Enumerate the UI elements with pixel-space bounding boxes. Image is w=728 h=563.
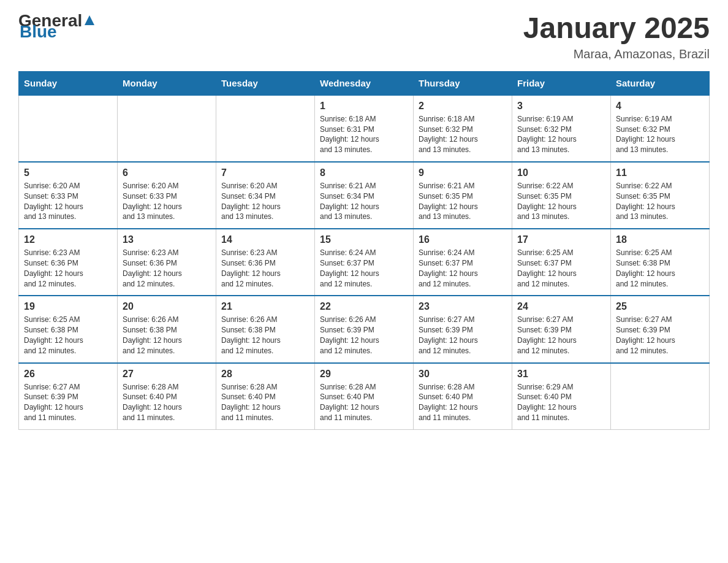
calendar-cell: [216, 95, 315, 162]
weekday-header-friday: Friday: [512, 71, 611, 95]
weekday-header-thursday: Thursday: [414, 71, 512, 95]
logo: General Blue: [18, 12, 94, 40]
calendar-cell: 6Sunrise: 6:20 AM Sunset: 6:33 PM Daylig…: [118, 162, 216, 229]
day-number: 21: [221, 301, 309, 312]
day-info: Sunrise: 6:20 AM Sunset: 6:33 PM Dayligh…: [24, 181, 112, 222]
day-number: 2: [419, 101, 507, 112]
day-number: 8: [320, 167, 408, 178]
day-info: Sunrise: 6:27 AM Sunset: 6:39 PM Dayligh…: [419, 315, 507, 356]
weekday-header-row: SundayMondayTuesdayWednesdayThursdayFrid…: [19, 71, 710, 95]
calendar-cell: 7Sunrise: 6:20 AM Sunset: 6:34 PM Daylig…: [216, 162, 315, 229]
day-info: Sunrise: 6:25 AM Sunset: 6:38 PM Dayligh…: [616, 248, 704, 289]
calendar-cell: 21Sunrise: 6:26 AM Sunset: 6:38 PM Dayli…: [216, 296, 315, 362]
day-number: 17: [517, 234, 605, 245]
calendar-cell: [118, 95, 216, 162]
day-number: 9: [419, 167, 507, 178]
calendar-cell: 8Sunrise: 6:21 AM Sunset: 6:34 PM Daylig…: [315, 162, 414, 229]
weekday-header-monday: Monday: [118, 71, 216, 95]
day-number: 13: [123, 234, 211, 245]
day-info: Sunrise: 6:24 AM Sunset: 6:37 PM Dayligh…: [320, 248, 408, 289]
calendar-cell: [611, 363, 710, 430]
day-number: 4: [616, 101, 704, 112]
calendar-cell: 3Sunrise: 6:19 AM Sunset: 6:32 PM Daylig…: [512, 95, 611, 162]
day-number: 18: [616, 234, 704, 245]
calendar-week-row: 5Sunrise: 6:20 AM Sunset: 6:33 PM Daylig…: [19, 162, 710, 229]
location-title: Maraa, Amazonas, Brazil: [523, 47, 710, 61]
calendar-cell: 15Sunrise: 6:24 AM Sunset: 6:37 PM Dayli…: [315, 229, 414, 296]
weekday-header-sunday: Sunday: [19, 71, 118, 95]
calendar-cell: 26Sunrise: 6:27 AM Sunset: 6:39 PM Dayli…: [19, 363, 118, 430]
day-number: 29: [320, 369, 408, 380]
calendar-cell: 23Sunrise: 6:27 AM Sunset: 6:39 PM Dayli…: [414, 296, 512, 362]
calendar-cell: 4Sunrise: 6:19 AM Sunset: 6:32 PM Daylig…: [611, 95, 710, 162]
day-number: 6: [123, 167, 211, 178]
day-info: Sunrise: 6:19 AM Sunset: 6:32 PM Dayligh…: [616, 114, 704, 155]
day-info: Sunrise: 6:23 AM Sunset: 6:36 PM Dayligh…: [24, 248, 112, 289]
title-area: January 2025 Maraa, Amazonas, Brazil: [523, 12, 710, 61]
calendar-cell: 5Sunrise: 6:20 AM Sunset: 6:33 PM Daylig…: [19, 162, 118, 229]
day-info: Sunrise: 6:25 AM Sunset: 6:38 PM Dayligh…: [24, 315, 112, 356]
logo-blue-text: Blue: [20, 23, 57, 40]
calendar-cell: 28Sunrise: 6:28 AM Sunset: 6:40 PM Dayli…: [216, 363, 315, 430]
calendar-cell: 18Sunrise: 6:25 AM Sunset: 6:38 PM Dayli…: [611, 229, 710, 296]
day-number: 28: [221, 369, 309, 380]
calendar-cell: 19Sunrise: 6:25 AM Sunset: 6:38 PM Dayli…: [19, 296, 118, 362]
day-number: 23: [419, 301, 507, 312]
day-info: Sunrise: 6:27 AM Sunset: 6:39 PM Dayligh…: [517, 315, 605, 356]
day-info: Sunrise: 6:20 AM Sunset: 6:33 PM Dayligh…: [123, 181, 211, 222]
day-info: Sunrise: 6:23 AM Sunset: 6:36 PM Dayligh…: [123, 248, 211, 289]
calendar-cell: 13Sunrise: 6:23 AM Sunset: 6:36 PM Dayli…: [118, 229, 216, 296]
day-info: Sunrise: 6:29 AM Sunset: 6:40 PM Dayligh…: [517, 382, 605, 423]
calendar-cell: 24Sunrise: 6:27 AM Sunset: 6:39 PM Dayli…: [512, 296, 611, 362]
calendar-table: SundayMondayTuesdayWednesdayThursdayFrid…: [18, 71, 710, 430]
day-number: 19: [24, 301, 112, 312]
weekday-header-tuesday: Tuesday: [216, 71, 315, 95]
calendar-cell: 1Sunrise: 6:18 AM Sunset: 6:31 PM Daylig…: [315, 95, 414, 162]
day-number: 16: [419, 234, 507, 245]
day-info: Sunrise: 6:26 AM Sunset: 6:38 PM Dayligh…: [221, 315, 309, 356]
day-info: Sunrise: 6:27 AM Sunset: 6:39 PM Dayligh…: [616, 315, 704, 356]
calendar-week-row: 1Sunrise: 6:18 AM Sunset: 6:31 PM Daylig…: [19, 95, 710, 162]
calendar-cell: 17Sunrise: 6:25 AM Sunset: 6:37 PM Dayli…: [512, 229, 611, 296]
weekday-header-wednesday: Wednesday: [315, 71, 414, 95]
day-info: Sunrise: 6:21 AM Sunset: 6:35 PM Dayligh…: [419, 181, 507, 222]
calendar-cell: 12Sunrise: 6:23 AM Sunset: 6:36 PM Dayli…: [19, 229, 118, 296]
day-info: Sunrise: 6:18 AM Sunset: 6:32 PM Dayligh…: [419, 114, 507, 155]
day-info: Sunrise: 6:23 AM Sunset: 6:36 PM Dayligh…: [221, 248, 309, 289]
calendar-cell: 25Sunrise: 6:27 AM Sunset: 6:39 PM Dayli…: [611, 296, 710, 362]
day-number: 7: [221, 167, 309, 178]
day-info: Sunrise: 6:22 AM Sunset: 6:35 PM Dayligh…: [517, 181, 605, 222]
day-info: Sunrise: 6:28 AM Sunset: 6:40 PM Dayligh…: [123, 382, 211, 423]
day-info: Sunrise: 6:22 AM Sunset: 6:35 PM Dayligh…: [616, 181, 704, 222]
day-number: 27: [123, 369, 211, 380]
day-info: Sunrise: 6:20 AM Sunset: 6:34 PM Dayligh…: [221, 181, 309, 222]
day-number: 3: [517, 101, 605, 112]
day-number: 22: [320, 301, 408, 312]
calendar-cell: 11Sunrise: 6:22 AM Sunset: 6:35 PM Dayli…: [611, 162, 710, 229]
day-number: 10: [517, 167, 605, 178]
calendar-week-row: 26Sunrise: 6:27 AM Sunset: 6:39 PM Dayli…: [19, 363, 710, 430]
day-info: Sunrise: 6:25 AM Sunset: 6:37 PM Dayligh…: [517, 248, 605, 289]
day-number: 30: [419, 369, 507, 380]
day-number: 26: [24, 369, 112, 380]
weekday-header-saturday: Saturday: [611, 71, 710, 95]
day-info: Sunrise: 6:18 AM Sunset: 6:31 PM Dayligh…: [320, 114, 408, 155]
calendar-cell: 27Sunrise: 6:28 AM Sunset: 6:40 PM Dayli…: [118, 363, 216, 430]
calendar-cell: [19, 95, 118, 162]
day-number: 20: [123, 301, 211, 312]
day-number: 25: [616, 301, 704, 312]
calendar-cell: 22Sunrise: 6:26 AM Sunset: 6:39 PM Dayli…: [315, 296, 414, 362]
calendar-cell: 9Sunrise: 6:21 AM Sunset: 6:35 PM Daylig…: [414, 162, 512, 229]
day-info: Sunrise: 6:26 AM Sunset: 6:39 PM Dayligh…: [320, 315, 408, 356]
calendar-cell: 2Sunrise: 6:18 AM Sunset: 6:32 PM Daylig…: [414, 95, 512, 162]
calendar-cell: 14Sunrise: 6:23 AM Sunset: 6:36 PM Dayli…: [216, 229, 315, 296]
calendar-cell: 20Sunrise: 6:26 AM Sunset: 6:38 PM Dayli…: [118, 296, 216, 362]
day-info: Sunrise: 6:27 AM Sunset: 6:39 PM Dayligh…: [24, 382, 112, 423]
calendar-cell: 30Sunrise: 6:28 AM Sunset: 6:40 PM Dayli…: [414, 363, 512, 430]
month-title: January 2025: [523, 12, 710, 45]
calendar-week-row: 19Sunrise: 6:25 AM Sunset: 6:38 PM Dayli…: [19, 296, 710, 362]
day-info: Sunrise: 6:26 AM Sunset: 6:38 PM Dayligh…: [123, 315, 211, 356]
day-info: Sunrise: 6:28 AM Sunset: 6:40 PM Dayligh…: [320, 382, 408, 423]
day-number: 5: [24, 167, 112, 178]
day-number: 1: [320, 101, 408, 112]
